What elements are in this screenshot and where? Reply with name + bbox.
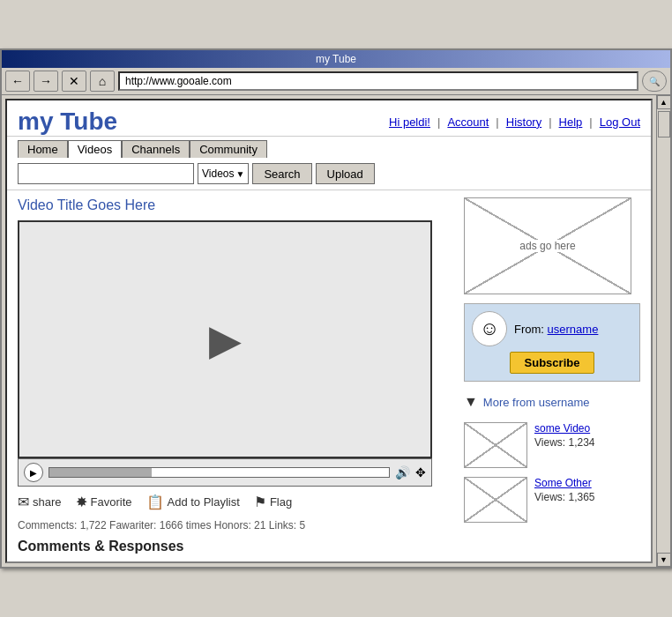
address-input[interactable] <box>118 71 638 91</box>
stop-button[interactable]: ✕ <box>62 71 86 92</box>
search-bar: Videos ▼ Search Upload <box>7 158 651 190</box>
search-input[interactable] <box>18 163 194 184</box>
more-from-text: More from username <box>483 396 590 409</box>
back-button[interactable]: ← <box>5 71 30 92</box>
page-content: my Tube Hi peldi! | Account | History | … <box>2 95 656 567</box>
thumbnail-1[interactable] <box>464 422 527 468</box>
help-link[interactable]: Help <box>559 115 583 129</box>
thumb-views-1: Views: 1,234 <box>534 436 595 449</box>
nav-bar: ← → ✕ ⌂ 🔍 <box>2 68 670 95</box>
volume-icon[interactable]: 🔊 <box>395 465 410 479</box>
progress-fill <box>49 468 152 477</box>
page-area: my Tube Hi peldi! | Account | History | … <box>2 95 670 567</box>
top-nav: my Tube Hi peldi! | Account | History | … <box>7 100 651 137</box>
video-actions: ✉ share ✸ Favorite 📋 Add to Playlist <box>18 487 432 517</box>
top-links: Hi peldi! | Account | History | Help | L… <box>389 115 640 129</box>
scrollbar: ▲ ▼ <box>656 95 670 567</box>
left-column: Video Title Goes Here ▶ ▶ 🔊 ✥ <box>18 197 453 554</box>
scroll-thumb[interactable] <box>658 111 670 138</box>
search-type-dropdown[interactable]: Videos ▼ <box>198 163 249 184</box>
share-label: share <box>33 495 62 509</box>
fullscreen-icon[interactable]: ✥ <box>415 465 426 479</box>
thumb-views-2: Views: 1,365 <box>534 491 595 503</box>
tab-channels[interactable]: Channels <box>122 140 190 158</box>
more-from-arrow-icon: ▼ <box>464 394 478 410</box>
ads-box: ads go here <box>464 197 631 294</box>
from-label: From: <box>514 323 544 336</box>
ads-label: ads go here <box>516 240 579 252</box>
play-overlay-icon: ▶ <box>209 315 242 364</box>
history-link[interactable]: History <box>506 115 541 129</box>
thumbnail-2[interactable] <box>464 477 527 523</box>
flag-icon: ⚑ <box>254 494 266 510</box>
thumb-info-1: some Video Views: 1,234 <box>534 422 595 449</box>
thumb-info-2: Some Other Views: 1,365 <box>534 477 595 503</box>
scroll-up-button[interactable]: ▲ <box>657 95 671 109</box>
avatar: ☺ <box>472 311 507 346</box>
comments-title: Comments & Responses <box>18 539 453 554</box>
video-controls: ▶ 🔊 ✥ <box>18 458 432 487</box>
main-content: Video Title Goes Here ▶ ▶ 🔊 ✥ <box>7 190 651 561</box>
favorite-button[interactable]: ✸ Favorite <box>76 494 132 510</box>
home-button[interactable]: ⌂ <box>90 71 115 92</box>
share-button[interactable]: ✉ share <box>18 494 62 510</box>
playlist-icon: 📋 <box>146 494 164 510</box>
account-link[interactable]: Account <box>447 115 489 129</box>
user-info: From: username <box>514 323 598 336</box>
tab-videos[interactable]: Videos <box>68 140 123 158</box>
thumbnail-item-1: some Video Views: 1,234 <box>464 422 640 468</box>
flag-label: Flag <box>270 495 292 509</box>
search-button[interactable]: Search <box>252 163 311 184</box>
dropdown-arrow-icon: ▼ <box>235 169 244 179</box>
title-bar-label: my Tube <box>316 53 356 65</box>
user-row: ☺ From: username <box>472 311 632 346</box>
browser-search-button[interactable]: 🔍 <box>642 71 667 92</box>
tab-home[interactable]: Home <box>18 140 68 158</box>
scroll-down-button[interactable]: ▼ <box>657 553 671 567</box>
logout-link[interactable]: Log Out <box>600 115 640 129</box>
username-link[interactable]: username <box>548 323 599 336</box>
tabs-bar: Home Videos Channels Community <box>7 137 651 158</box>
share-icon: ✉ <box>18 494 29 510</box>
browser-content: my Tube Hi peldi! | Account | History | … <box>5 99 653 563</box>
add-to-playlist-button[interactable]: 📋 Add to Playlist <box>146 494 240 510</box>
flag-button[interactable]: ⚑ Flag <box>254 494 292 510</box>
thumbnail-item-2: Some Other Views: 1,365 <box>464 477 640 523</box>
browser-window: my Tube ← → ✕ ⌂ 🔍 my Tube Hi peldi! | Ac… <box>0 48 672 569</box>
favorite-label: Favorite <box>91 495 132 509</box>
upload-button[interactable]: Upload <box>316 163 375 184</box>
subscribe-button[interactable]: Subscribe <box>510 352 595 374</box>
thumb-title-2[interactable]: Some Other <box>534 477 595 489</box>
dropdown-label: Videos <box>202 167 234 180</box>
video-stats: Commencts: 1,722 Fawariter: 1666 times H… <box>18 517 453 539</box>
playlist-label: Add to Playlist <box>168 495 240 509</box>
video-title: Video Title Goes Here <box>18 197 453 213</box>
more-from-section: ▼ More from username <box>464 390 640 413</box>
favorite-icon: ✸ <box>76 494 87 510</box>
video-player[interactable]: ▶ <box>18 220 432 458</box>
thumb-title-1[interactable]: some Video <box>534 422 595 435</box>
progress-bar[interactable] <box>49 467 390 478</box>
play-button[interactable]: ▶ <box>24 463 43 482</box>
forward-button[interactable]: → <box>34 71 58 92</box>
title-bar: my Tube <box>2 50 670 68</box>
right-column: ads go here ☺ From: username S <box>464 197 640 554</box>
site-title: my Tube <box>18 108 117 136</box>
user-box: ☺ From: username Subscribe <box>464 303 640 382</box>
tab-community[interactable]: Community <box>190 140 267 158</box>
greeting-link[interactable]: Hi peldi! <box>389 115 430 129</box>
